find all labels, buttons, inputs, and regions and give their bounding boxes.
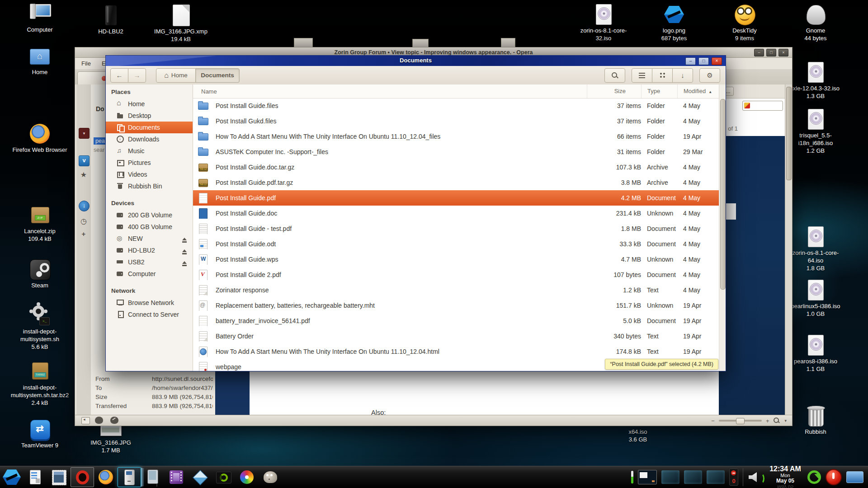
restart-button[interactable] xyxy=(807,470,821,484)
desktop-icon[interactable]: Gnome 44 bytes xyxy=(786,4,845,42)
column-header-modified[interactable]: Modified▲ xyxy=(677,84,719,98)
eject-icon[interactable] xyxy=(182,247,187,254)
taskbar-app[interactable] xyxy=(94,467,118,487)
maximize-button[interactable]: □ xyxy=(698,57,709,65)
file-row[interactable]: Post Install Guide.odt 33.3 kB Document … xyxy=(193,236,719,252)
sidebar-network-item[interactable]: Browse Network xyxy=(106,297,193,309)
zoom-menu-arrow-icon[interactable]: ▾ xyxy=(784,418,787,423)
sidebar-device-item[interactable]: HD-LBU2 xyxy=(106,244,193,256)
minimize-button[interactable]: – xyxy=(754,49,764,56)
show-desktop-button[interactable] xyxy=(846,471,863,483)
sidebar-device-item[interactable]: 200 GB Volume xyxy=(106,209,193,221)
close-button[interactable]: × xyxy=(778,49,788,56)
taskbar-app[interactable] xyxy=(259,467,282,487)
taskbar-app[interactable] xyxy=(141,467,165,487)
taskbar-app[interactable] xyxy=(24,467,47,487)
desktop-icon[interactable]: Rubbish xyxy=(786,405,845,436)
file-row[interactable]: Zorinator response 1.2 kB Text 4 May xyxy=(193,282,719,298)
file-row[interactable]: Replacement battery, batteries, recharge… xyxy=(193,298,719,313)
file-row[interactable]: Battery Order 340 bytes Text 19 Apr xyxy=(193,328,719,344)
desktop-icon[interactable]: logo.png 687 bytes xyxy=(644,4,704,42)
file-row[interactable]: Post Install Guide.files 37 items Folder… xyxy=(193,98,719,113)
taskbar-app[interactable] xyxy=(235,467,259,487)
back-button[interactable]: ← xyxy=(110,68,128,83)
panel-toggle-icon[interactable] xyxy=(81,417,90,424)
sidebar-place-item[interactable]: Downloads xyxy=(106,133,193,145)
sidebar-place-item[interactable]: Desktop xyxy=(106,110,193,122)
tray-app-icon[interactable] xyxy=(684,470,702,484)
desktop-icon[interactable]: trisquel_5.5-i18n_i686.iso 1.2 GB xyxy=(786,108,845,155)
panel-menu-icon[interactable] xyxy=(79,128,90,139)
power-button[interactable] xyxy=(826,469,842,485)
desktop-icon[interactable]: lxle-12.04.3-32.iso 1.3 GB xyxy=(786,61,845,100)
sidebar-device-item[interactable]: USB2 xyxy=(106,256,193,268)
zoom-in-icon[interactable]: + xyxy=(766,418,769,424)
column-header-name[interactable]: Name xyxy=(193,88,587,95)
menu-file[interactable]: File xyxy=(81,60,91,67)
file-row[interactable]: battery_trader_invoice_56141.pdf 5.0 kB … xyxy=(193,313,719,328)
file-row[interactable]: Post Install Guide.doc.tar.gz 107.3 kB A… xyxy=(193,160,719,175)
panel-v-icon[interactable] xyxy=(79,155,90,166)
taskbar-app[interactable] xyxy=(71,467,94,487)
search-button[interactable] xyxy=(604,68,625,83)
search-field[interactable] xyxy=(742,101,783,111)
desktop-icon[interactable]: Home xyxy=(10,45,70,76)
sort-order-button[interactable]: ↓ xyxy=(673,68,693,83)
desktop-icon[interactable]: pearos8-i386.iso 1.1 GB xyxy=(786,334,845,373)
file-row[interactable]: How To Add A Start Menu With The Unity I… xyxy=(193,129,719,144)
sidebar-place-item[interactable]: Pictures xyxy=(106,157,193,169)
zoom-slider-thumb[interactable] xyxy=(736,418,745,424)
desktop-icon[interactable]: IMG_3166.JPG.xmp 19.4 kB xyxy=(151,5,211,43)
window-preview-thumbnail[interactable] xyxy=(638,470,657,484)
desktop-icon[interactable]: TeamViewer 9 xyxy=(10,418,70,450)
sidebar-place-item[interactable]: Rubbish Bin xyxy=(106,180,193,192)
add-panel-icon[interactable] xyxy=(79,230,89,239)
taskbar-app[interactable] xyxy=(0,467,24,487)
file-row[interactable]: ASUSTeK Computer Inc. -Support-_files 31… xyxy=(193,144,719,160)
clock[interactable]: 12:34 AM Mon May 05 May 05 xyxy=(768,465,803,488)
forward-button[interactable]: → xyxy=(128,68,146,83)
file-row[interactable]: Post Install Guide.doc 231.4 kB Unknown … xyxy=(193,206,719,221)
list-view-button[interactable] xyxy=(632,68,652,83)
downloads-icon[interactable] xyxy=(79,201,90,211)
desktop-icon[interactable]: install-depot-multisystem.sh.tar.bz2 2.4… xyxy=(10,361,70,407)
minimize-button[interactable]: – xyxy=(685,57,696,65)
history-clock-icon[interactable] xyxy=(79,216,89,226)
settings-button[interactable]: ⚙ xyxy=(699,68,720,83)
opera-vertical-scrollbar[interactable] xyxy=(785,84,792,415)
taskbar-app[interactable] xyxy=(118,467,141,487)
desktop-icon[interactable]: install-depot-multisystem.sh 5.6 kB xyxy=(10,305,70,351)
file-list-scrollbar[interactable] xyxy=(719,84,726,371)
desktop-icon[interactable]: DeskTidy 9 items xyxy=(715,4,774,42)
file-row[interactable]: How To Add A Start Menu With The Unity I… xyxy=(193,344,719,359)
close-button[interactable]: × xyxy=(712,57,722,65)
cloud-icon[interactable] xyxy=(95,417,103,424)
file-row[interactable]: Post Install Gukd.files 37 items Folder … xyxy=(193,113,719,129)
sidebar-device-item[interactable]: Computer xyxy=(106,268,193,280)
desktop-icon[interactable]: Computer xyxy=(10,3,70,34)
sidebar-device-item[interactable]: 400 GB Volume xyxy=(106,221,193,233)
sidebar-place-item[interactable]: Music xyxy=(106,145,193,157)
desktop-icon[interactable]: zorin-os-8.1-core-32.iso xyxy=(574,4,633,42)
file-row[interactable]: Post Install Guide - test.pdf 1.8 MB Doc… xyxy=(193,221,719,236)
desktop-icon[interactable]: zorin-os-8.1-core-64.iso 1.8 GB xyxy=(786,226,845,272)
volume-icon[interactable] xyxy=(748,469,763,485)
taskbar-app[interactable] xyxy=(188,467,212,487)
taskbar-app[interactable] xyxy=(212,467,235,487)
scrollbar-thumb[interactable] xyxy=(786,87,792,180)
breadcrumb-home[interactable]: Home xyxy=(156,68,196,83)
zoom-out-icon[interactable]: − xyxy=(711,418,715,424)
taskbar-app[interactable] xyxy=(47,467,71,487)
magnifier-icon[interactable] xyxy=(773,417,780,424)
speed-icon[interactable] xyxy=(110,417,118,424)
desktop-icon[interactable]: HD-LBU2 xyxy=(81,5,141,36)
desktop-icon[interactable]: pearlinux5-i386.iso 1.0 GB xyxy=(786,279,845,318)
tray-app-icon[interactable] xyxy=(661,470,679,484)
eject-icon[interactable] xyxy=(182,235,187,243)
sidebar-place-item[interactable]: Documents xyxy=(106,122,193,133)
eject-icon[interactable] xyxy=(182,259,187,266)
file-row[interactable]: Post Install Guide.wps 4.7 MB Unknown 4 … xyxy=(193,252,719,267)
desktop-icon[interactable]: Firefox Web Browser xyxy=(10,123,70,154)
update-indicator-icon[interactable]: 0 xyxy=(729,469,738,486)
desktop-icon[interactable]: Steam xyxy=(10,258,70,290)
